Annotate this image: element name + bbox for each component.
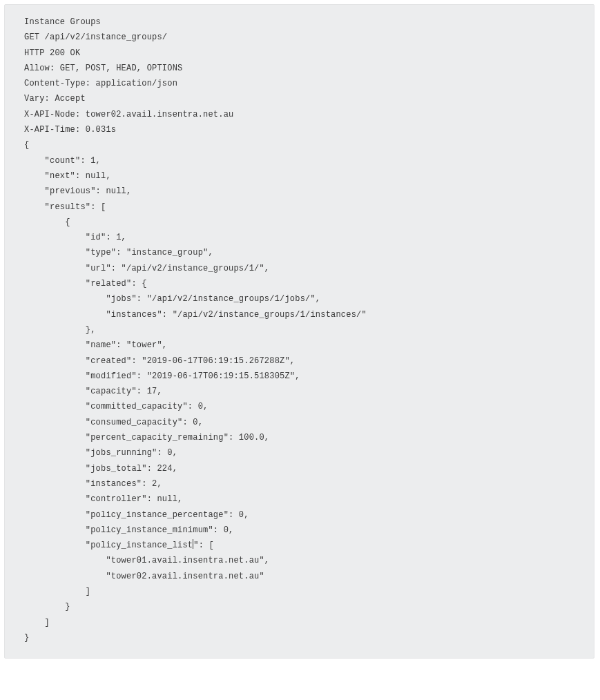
code-line: "policy_instance_minimum": 0, xyxy=(24,523,574,538)
code-line: "controller": null, xyxy=(24,492,574,507)
api-response-code-block: Instance Groups GET /api/v2/instance_gro… xyxy=(4,4,594,659)
code-line: "instances": "/api/v2/instance_groups/1/… xyxy=(24,307,574,322)
code-line: "policy_instance_percentage": 0, xyxy=(24,507,574,523)
code-line: ] xyxy=(24,615,574,630)
code-line: "modified": "2019-06-17T06:19:15.518305Z… xyxy=(24,369,574,384)
code-line: "results": [ xyxy=(24,200,574,215)
code-line: ] xyxy=(24,584,574,599)
code-line: "count": 1, xyxy=(24,153,574,168)
code-text: "policy_instance_list xyxy=(24,541,193,550)
code-line: "jobs_running": 0, xyxy=(24,445,574,460)
code-line: "name": "tower", xyxy=(24,338,574,353)
code-line: "tower02.avail.insentra.net.au" xyxy=(24,569,574,584)
code-line: X-API-Node: tower02.avail.insentra.net.a… xyxy=(24,107,574,122)
code-line: "jobs_total": 224, xyxy=(24,461,574,476)
code-line: "consumed_capacity": 0, xyxy=(24,415,574,430)
code-line: "previous": null, xyxy=(24,184,574,199)
code-line: Vary: Accept xyxy=(24,91,574,106)
code-line: } xyxy=(24,630,574,645)
code-line: } xyxy=(24,599,574,614)
code-line: Instance Groups xyxy=(24,14,574,30)
code-line: }, xyxy=(24,322,574,338)
code-line: "type": "instance_group", xyxy=(24,245,574,260)
code-line: Content-Type: application/json xyxy=(24,76,574,91)
code-line: "related": { xyxy=(24,276,574,291)
code-line-with-cursor: "policy_instance_list": [ xyxy=(24,538,574,553)
code-line: HTTP 200 OK xyxy=(24,46,574,61)
code-line: X-API-Time: 0.031s xyxy=(24,122,574,137)
code-text: ": [ xyxy=(193,541,214,550)
code-line: Allow: GET, POST, HEAD, OPTIONS xyxy=(24,61,574,76)
code-line: GET /api/v2/instance_groups/ xyxy=(24,30,574,45)
code-line: "url": "/api/v2/instance_groups/1/", xyxy=(24,261,574,276)
code-line: "id": 1, xyxy=(24,230,574,245)
code-line: "percent_capacity_remaining": 100.0, xyxy=(24,430,574,445)
code-line: "created": "2019-06-17T06:19:15.267288Z"… xyxy=(24,353,574,369)
code-line: "jobs": "/api/v2/instance_groups/1/jobs/… xyxy=(24,291,574,307)
code-line: { xyxy=(24,137,574,153)
code-line: "instances": 2, xyxy=(24,476,574,492)
code-line: { xyxy=(24,215,574,230)
code-line: "next": null, xyxy=(24,168,574,184)
code-line: "capacity": 17, xyxy=(24,384,574,399)
code-line: "committed_capacity": 0, xyxy=(24,399,574,414)
code-line: "tower01.avail.insentra.net.au", xyxy=(24,553,574,568)
